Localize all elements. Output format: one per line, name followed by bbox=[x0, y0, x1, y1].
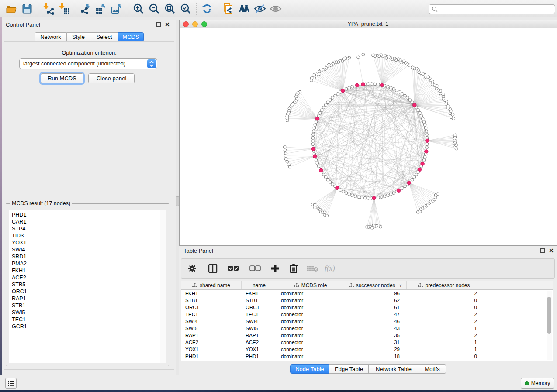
mcds-result-item[interactable]: STB5 bbox=[9, 281, 159, 288]
tab-network[interactable]: Network bbox=[35, 32, 67, 41]
mcds-result-item[interactable]: PMA2 bbox=[9, 260, 159, 267]
mcds-result-item[interactable]: SRD1 bbox=[9, 253, 159, 260]
export-table-button[interactable] bbox=[93, 2, 109, 16]
mcds-result-item[interactable]: CAR1 bbox=[9, 218, 159, 225]
mcds-result-item[interactable]: TID3 bbox=[9, 232, 159, 239]
apply-layout-button[interactable] bbox=[199, 2, 215, 16]
table-row[interactable]: STB1STB1dominator620 bbox=[181, 297, 553, 304]
zoom-selected-button[interactable] bbox=[178, 2, 194, 16]
table-row[interactable]: ACE2ACE2connector311 bbox=[181, 339, 553, 346]
export-image-button[interactable] bbox=[109, 2, 125, 16]
mcds-result-item[interactable]: ORC1 bbox=[9, 288, 159, 295]
scrollbar-thumb[interactable] bbox=[547, 297, 551, 334]
tab-node-table[interactable]: Node Table bbox=[290, 364, 329, 374]
network-leaf-node bbox=[284, 158, 287, 161]
mcds-node bbox=[315, 117, 319, 120]
deselect-all-button[interactable] bbox=[249, 261, 261, 275]
close-table-panel-button[interactable]: ✕ bbox=[549, 248, 554, 253]
network-node bbox=[339, 189, 342, 192]
optimization-criterion-dropdown[interactable]: largest connected component (undirected) bbox=[19, 58, 157, 69]
mcds-result-item[interactable]: SWI4 bbox=[9, 246, 159, 253]
network-window-titlebar[interactable]: YPA_prune.txt_1 bbox=[180, 20, 557, 28]
cell-shared-name: STB1 bbox=[181, 298, 242, 303]
network-node bbox=[315, 159, 318, 162]
float-table-panel-button[interactable] bbox=[540, 248, 545, 253]
search-input[interactable] bbox=[438, 6, 555, 12]
minimize-window-icon[interactable] bbox=[192, 21, 198, 27]
memory-button[interactable]: Memory bbox=[521, 378, 554, 389]
node-table: shared namenameMCDS rolesuccessor nodes∨… bbox=[181, 281, 553, 361]
function-builder-button[interactable]: f(x) bbox=[325, 261, 335, 275]
cell-shared-name: SWI4 bbox=[181, 319, 242, 324]
tab-style[interactable]: Style bbox=[67, 32, 90, 41]
task-history-button[interactable] bbox=[5, 378, 17, 389]
maximize-window-icon[interactable] bbox=[201, 21, 207, 27]
column-header-predecessor-nodes[interactable]: predecessor nodes bbox=[407, 281, 481, 289]
column-header-name[interactable]: name bbox=[242, 281, 277, 289]
close-window-icon[interactable] bbox=[183, 21, 189, 27]
splitter-handle[interactable] bbox=[176, 196, 179, 206]
mcds-result-item[interactable]: SWI5 bbox=[9, 309, 159, 316]
table-row[interactable]: ORC1ORC1dominator610 bbox=[181, 304, 553, 311]
column-header-shared-name[interactable]: shared name bbox=[181, 281, 242, 289]
network-leaf-node bbox=[454, 134, 457, 137]
vertical-splitter[interactable] bbox=[176, 20, 179, 375]
table-mode-button[interactable] bbox=[187, 261, 197, 275]
select-all-button[interactable] bbox=[228, 261, 239, 275]
mcds-result-item[interactable]: FKH1 bbox=[9, 267, 159, 274]
first-neighbors-button[interactable] bbox=[236, 2, 252, 16]
close-panel-button-mcds[interactable]: Close panel bbox=[88, 73, 135, 83]
delete-table-button[interactable] bbox=[306, 261, 318, 275]
table-row[interactable]: SWI5SWI5connector431 bbox=[181, 325, 553, 332]
show-all-button[interactable] bbox=[268, 2, 284, 16]
mcds-list-scrollbar[interactable] bbox=[160, 210, 166, 363]
search-field[interactable] bbox=[429, 4, 555, 14]
column-header-MCDS-role[interactable]: MCDS role bbox=[277, 281, 344, 289]
table-vertical-scrollbar[interactable] bbox=[547, 291, 552, 360]
cell-predecessor-nodes: 2 bbox=[407, 333, 481, 338]
zoom-fit-button[interactable] bbox=[162, 2, 178, 16]
mcds-result-item[interactable]: YOX1 bbox=[9, 239, 159, 246]
delete-columns-button[interactable] bbox=[289, 261, 298, 275]
table-row[interactable]: PHD1PHD1dominator180 bbox=[181, 353, 553, 360]
refresh-icon bbox=[201, 3, 213, 15]
create-column-button[interactable] bbox=[270, 261, 280, 275]
column-options-button[interactable] bbox=[208, 261, 218, 275]
network-node bbox=[420, 114, 423, 117]
open-file-button[interactable] bbox=[3, 2, 19, 16]
mcds-result-item[interactable]: RAP1 bbox=[9, 295, 159, 302]
mcds-result-item[interactable]: ACE2 bbox=[9, 274, 159, 281]
table-row[interactable]: FKH1FKH1dominator962 bbox=[181, 290, 553, 297]
tab-edge-table[interactable]: Edge Table bbox=[329, 364, 369, 374]
mcds-result-item[interactable]: STB1 bbox=[9, 302, 159, 309]
network-canvas[interactable] bbox=[180, 28, 557, 245]
import-network-button[interactable] bbox=[41, 2, 56, 16]
table-row[interactable]: RAP1RAP1dominator352 bbox=[181, 332, 553, 339]
table-row[interactable]: TEC1TEC1connector472 bbox=[181, 311, 553, 318]
mcds-result-item[interactable]: STP4 bbox=[9, 225, 159, 232]
import-table-button[interactable] bbox=[56, 2, 72, 16]
network-leaf-node bbox=[288, 165, 291, 168]
mcds-result-list[interactable]: PHD1CAR1STP4TID3YOX1SWI4SRD1PMA2FKH1ACE2… bbox=[9, 210, 166, 363]
table-row[interactable]: YOX1YOX1connector291 bbox=[181, 346, 553, 353]
tab-select[interactable]: Select bbox=[90, 32, 118, 41]
float-panel-button[interactable] bbox=[156, 22, 161, 27]
run-mcds-button[interactable]: Run MCDS bbox=[41, 73, 83, 83]
mcds-result-item[interactable]: TEC1 bbox=[9, 316, 159, 323]
table-header-row: shared namenameMCDS rolesuccessor nodes∨… bbox=[181, 281, 553, 290]
zoom-out-button[interactable] bbox=[146, 2, 162, 16]
sort-descending-icon: ∨ bbox=[399, 283, 402, 288]
hide-selected-button[interactable] bbox=[252, 2, 268, 16]
export-network-button[interactable] bbox=[78, 2, 93, 16]
mcds-result-item[interactable]: PHD1 bbox=[9, 211, 159, 218]
save-session-button[interactable] bbox=[19, 2, 35, 16]
close-panel-button[interactable]: ✕ bbox=[165, 22, 170, 27]
zoom-in-button[interactable] bbox=[131, 2, 146, 16]
tab-network-table[interactable]: Network Table bbox=[369, 364, 419, 374]
table-row[interactable]: SWI4SWI4dominator462 bbox=[181, 318, 553, 325]
mcds-result-item[interactable]: GCR1 bbox=[9, 323, 159, 330]
tab-motifs[interactable]: Motifs bbox=[419, 364, 446, 374]
column-header-successor-nodes[interactable]: successor nodes∨ bbox=[344, 281, 407, 289]
tab-mcds[interactable]: MCDS bbox=[118, 32, 144, 41]
new-network-from-selection-button[interactable] bbox=[221, 2, 236, 16]
